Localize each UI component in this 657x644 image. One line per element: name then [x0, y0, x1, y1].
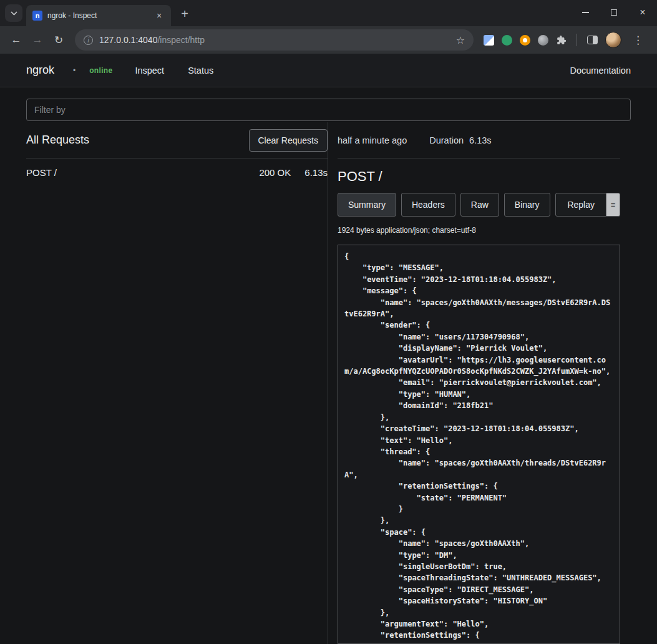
request-duration: 6.13s [304, 167, 328, 178]
url-text: 127.0.0.1:4040/inspect/http [99, 35, 205, 45]
requests-panel: All Requests Clear Requests POST / 200 O… [26, 122, 328, 644]
inspect-content: All Requests Clear Requests POST / 200 O… [0, 87, 657, 644]
detail-header: half a minute ago Duration 6.13s [338, 122, 620, 159]
extensions-area: ⋮ [480, 32, 651, 48]
nav-documentation[interactable]: Documentation [570, 66, 631, 76]
tab-title: ngrok - Inspect [47, 11, 148, 20]
duration-label: Duration [429, 135, 464, 145]
duration-group: Duration 6.13s [429, 135, 491, 145]
app-nav: Inspect Status [135, 66, 213, 76]
main-columns: All Requests Clear Requests POST / 200 O… [26, 122, 631, 644]
tab-raw[interactable]: Raw [460, 193, 499, 217]
address-bar[interactable]: i 127.0.0.1:4040/inspect/http ☆ [75, 29, 474, 51]
url-host: 127.0.0.1:4040 [99, 35, 157, 45]
maximize-button[interactable] [600, 0, 628, 25]
bookmark-star-icon[interactable]: ☆ [456, 34, 465, 46]
toolbar-divider [577, 34, 577, 46]
clear-requests-button[interactable]: Clear Requests [249, 129, 328, 152]
extension-icon-gray[interactable] [538, 35, 548, 46]
replay-button[interactable]: Replay [555, 193, 606, 217]
ngrok-page: ngrok • online Inspect Status Documentat… [0, 54, 657, 644]
detail-panel: half a minute ago Duration 6.13s POST / … [328, 122, 631, 644]
replay-menu-icon[interactable]: ≡ [606, 193, 620, 217]
new-tab-button[interactable]: + [176, 5, 193, 22]
request-status: 200 OK [259, 167, 291, 178]
window-controls: × [571, 0, 657, 25]
extensions-puzzle-icon[interactable] [556, 35, 567, 46]
tab-summary[interactable]: Summary [338, 193, 396, 217]
tab-search-button[interactable] [5, 4, 22, 22]
browser-toolbar: ← → ↻ i 127.0.0.1:4040/inspect/http ☆ ⋮ [0, 26, 657, 54]
detail-title: POST / [338, 168, 620, 185]
kebab-menu-icon[interactable]: ⋮ [629, 34, 647, 47]
back-button[interactable]: ← [6, 30, 26, 50]
extension-icon-orange[interactable] [520, 35, 530, 46]
duration-value: 6.13s [469, 135, 491, 145]
side-panel-icon[interactable] [587, 36, 598, 44]
replay-group: Replay ≡ [555, 193, 620, 217]
request-result: 200 OK 6.13s [259, 167, 328, 178]
tab-binary[interactable]: Binary [504, 193, 550, 217]
filter-input[interactable] [26, 99, 631, 121]
detail-tabs: Summary Headers Raw Binary Replay ≡ [338, 193, 620, 217]
nav-status[interactable]: Status [188, 66, 213, 76]
close-button[interactable]: × [628, 0, 657, 25]
tab-headers[interactable]: Headers [401, 193, 455, 217]
requests-panel-header: All Requests Clear Requests [26, 122, 328, 159]
extension-icon-blue[interactable] [484, 35, 494, 46]
minimize-icon [582, 12, 589, 13]
chevron-down-icon [11, 11, 17, 16]
site-info-icon[interactable]: i [84, 36, 93, 45]
ngrok-favicon: n [32, 11, 42, 21]
nav-inspect[interactable]: Inspect [135, 66, 164, 76]
response-body-json: { "type": "MESSAGE", "eventTime": "2023-… [344, 251, 613, 642]
status-badge: online [89, 66, 112, 75]
browser-tab[interactable]: n ngrok - Inspect × [26, 5, 171, 26]
status-dot-icon: • [73, 66, 75, 75]
time-ago: half a minute ago [338, 135, 407, 145]
content-meta: 1924 bytes application/json; charset=utf… [338, 226, 620, 235]
browser-window: n ngrok - Inspect × + × ← → ↻ i 127.0.0.… [0, 0, 657, 644]
url-path: /inspect/http [157, 35, 205, 45]
tab-strip: n ngrok - Inspect × + × [0, 0, 657, 26]
request-method-path: POST / [26, 167, 57, 178]
tab-close-icon[interactable]: × [153, 10, 165, 21]
extension-icon-green[interactable] [502, 35, 512, 46]
requests-title: All Requests [26, 134, 89, 147]
profile-avatar[interactable] [605, 32, 621, 48]
app-header: ngrok • online Inspect Status Documentat… [0, 54, 657, 87]
request-row[interactable]: POST / 200 OK 6.13s [26, 159, 328, 186]
reload-button[interactable]: ↻ [49, 30, 69, 50]
maximize-icon [611, 9, 617, 16]
forward-button[interactable]: → [27, 30, 47, 50]
side-panel-fill [593, 36, 597, 44]
response-body-box[interactable]: { "type": "MESSAGE", "eventTime": "2023-… [338, 245, 620, 644]
ngrok-logo[interactable]: ngrok [26, 64, 54, 77]
minimize-button[interactable] [571, 0, 600, 25]
